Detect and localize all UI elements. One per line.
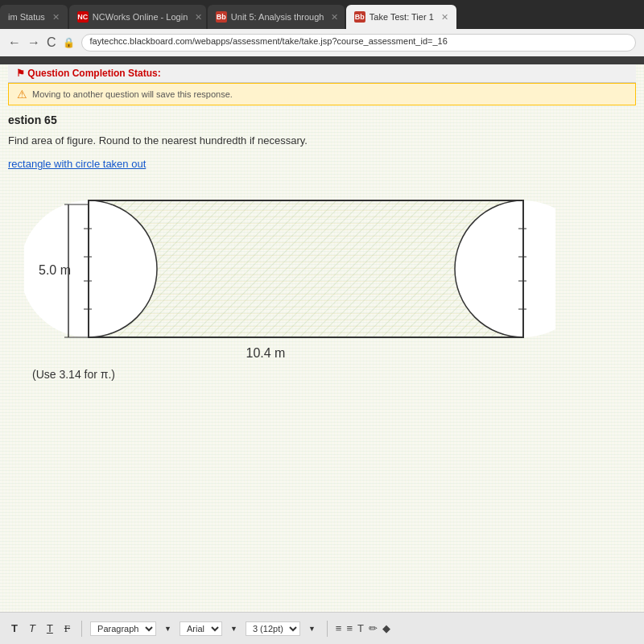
svg-text:10.4 m: 10.4 m: [246, 346, 286, 360]
lock-icon: 🔒: [63, 37, 75, 48]
address-bar: ← → C 🔒 faytechcc.blackboard.com/webapps…: [0, 29, 644, 56]
tab-aim-status[interactable]: im Status ✕: [0, 5, 68, 29]
font-dropdown-icon[interactable]: ▼: [227, 623, 241, 634]
dropdown-icon[interactable]: ▼: [161, 623, 175, 634]
address-input[interactable]: faytechcc.blackboard.com/webapps/assessm…: [81, 34, 636, 52]
tab-close-icon-3[interactable]: ✕: [331, 12, 338, 23]
page-content: ⚑ Question Completion Status: ⚠ Moving t…: [0, 64, 644, 644]
tab-ncworks[interactable]: NC NCWorks Online - Login ✕: [69, 5, 206, 29]
strikethrough-button[interactable]: F: [61, 621, 73, 637]
paragraph-select[interactable]: Paragraph: [90, 621, 156, 636]
diamond-icon[interactable]: ◆: [382, 622, 390, 634]
size-dropdown-icon[interactable]: ▼: [305, 623, 319, 634]
text-color-icon[interactable]: T: [357, 622, 364, 634]
list-icon-1[interactable]: ≡: [336, 622, 342, 634]
pi-note: (Use 3.14 for π.): [32, 368, 620, 381]
question-text: Find area of figure. Round to the neares…: [8, 134, 636, 147]
forward-button[interactable]: →: [27, 35, 40, 50]
font-select[interactable]: Arial: [180, 621, 222, 636]
completion-label: Question Completion Status:: [27, 68, 160, 79]
question-number: estion 65: [8, 114, 636, 126]
tab-aim-label: im Status: [8, 12, 45, 22]
tab-unit5[interactable]: Bb Unit 5: Analysis through ✕: [208, 5, 345, 29]
editor-toolbar: T T T F Paragraph ▼ Arial ▼ 3 (12pt) ▼ ≡…: [0, 612, 644, 644]
reload-button[interactable]: C: [47, 35, 56, 50]
tab-take-test-label: Take Test: Tier 1: [369, 12, 434, 22]
save-notice-text: Moving to another question will save thi…: [32, 89, 233, 99]
tab-ncworks-label: NCWorks Online - Login: [93, 12, 188, 22]
tab-take-test[interactable]: Bb Take Test: Tier 1 ✕: [346, 5, 456, 29]
svg-text:5.0 m: 5.0 m: [39, 263, 71, 277]
browser-chrome: im Status ✕ NC NCWorks Online - Login ✕ …: [0, 0, 644, 64]
tabs-bar: im Status ✕ NC NCWorks Online - Login ✕ …: [0, 0, 644, 29]
unit5-icon: Bb: [216, 11, 227, 23]
completion-icon: ⚑: [16, 68, 25, 79]
tab-close-icon-4[interactable]: ✕: [441, 12, 448, 23]
taketest-icon: Bb: [354, 11, 365, 23]
question-completion-bar: ⚑ Question Completion Status:: [8, 64, 636, 83]
tab-close-icon[interactable]: ✕: [52, 12, 60, 23]
bold-button[interactable]: T: [8, 621, 21, 636]
figure-container: 5.0 m 10.4 m (Use 3.14 for π.): [24, 184, 620, 381]
save-notice: ⚠ Moving to another question will save t…: [8, 83, 636, 105]
figure-diagram: 5.0 m 10.4 m: [24, 184, 555, 361]
ncworks-icon: NC: [77, 11, 89, 23]
tab-close-icon-2[interactable]: ✕: [195, 12, 202, 23]
italic-button[interactable]: T: [26, 621, 39, 636]
size-select[interactable]: 3 (12pt): [246, 621, 300, 636]
list-icon-2[interactable]: ≡: [346, 622, 353, 634]
underline-button[interactable]: T: [43, 621, 56, 636]
warning-icon: ⚠: [17, 88, 27, 101]
figure-link[interactable]: rectangle with circle taken out: [8, 158, 636, 170]
tab-unit5-label: Unit 5: Analysis through: [231, 12, 324, 22]
toolbar-separator-1: [81, 621, 82, 637]
toolbar-separator-2: [327, 621, 328, 637]
back-button[interactable]: ←: [8, 35, 21, 50]
pen-icon[interactable]: ✏: [369, 622, 378, 634]
